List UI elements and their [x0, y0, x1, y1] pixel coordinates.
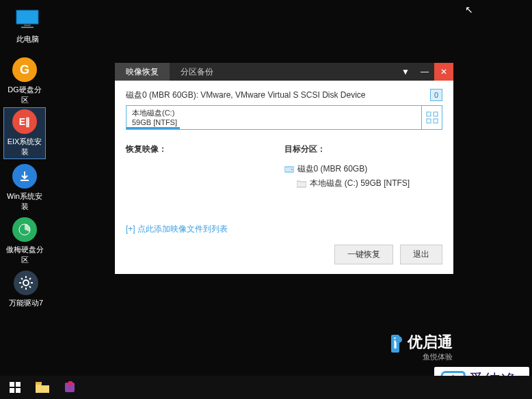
desktop-icon-eix-install[interactable]: E‖ EIX系统安装 — [4, 108, 45, 159]
tree-partition-label: 本地磁盘 (C:) 59GB [NTFS] — [310, 178, 410, 189]
desktop-icon-label: EIX系统安装 — [5, 137, 44, 157]
svg-line-12 — [21, 286, 23, 288]
taskbar-item-explorer[interactable] — [29, 376, 56, 399]
taskbar-item-app[interactable] — [56, 376, 83, 399]
tree-partition-item[interactable]: 本地磁盘 (C:) 59GB [NTFS] — [284, 176, 443, 191]
start-button[interactable] — [1, 376, 29, 399]
desktop-icon-label: 此电脑 — [7, 34, 48, 44]
taskbar[interactable] — [0, 376, 532, 399]
pie-chart-icon — [12, 217, 37, 242]
desktop-icon-this-pc[interactable]: 此电脑 — [7, 7, 48, 44]
upe-subtitle: 鱼悦体验 — [423, 352, 453, 362]
svg-line-10 — [29, 286, 31, 288]
svg-rect-13 — [427, 112, 431, 116]
dialog-body: 磁盘0 (MBR 60GB): VMware, VMware Virtual S… — [115, 81, 453, 274]
desktop-icon-aomei[interactable]: 傲梅硬盘分区 — [4, 217, 45, 265]
windows-icon — [10, 382, 21, 393]
svg-rect-23 — [36, 382, 42, 385]
desktop-icon-driver7[interactable]: 万能驱动7 — [5, 271, 46, 308]
partition-name: 本地磁盘(C:) — [132, 108, 416, 118]
desktop-icon-label: DG硬盘分区 — [4, 85, 45, 105]
desktop-icon-dg-partition[interactable]: G DG硬盘分区 — [4, 57, 45, 105]
restore-button[interactable]: 一键恢复 — [334, 245, 393, 264]
titlebar[interactable]: 映像恢复 分区备份 ▼ — ✕ — [115, 63, 453, 81]
restore-image-section: 恢复映像： [+] 点此添加映像文件到列表 — [126, 143, 284, 235]
desktop-icon-label: 傲梅硬盘分区 — [4, 245, 45, 265]
disk-number-badge[interactable]: 0 — [430, 89, 442, 101]
svg-line-11 — [29, 278, 31, 279]
partition-size: 59GB [NTFS] — [132, 118, 416, 127]
partition-selector[interactable]: 本地磁盘(C:) 59GB [NTFS] — [126, 105, 442, 130]
desktop-icon-label: 万能驱动7 — [5, 298, 46, 308]
svg-rect-19 — [10, 382, 14, 387]
tab-partition-backup[interactable]: 分区备份 — [170, 63, 224, 81]
svg-point-18 — [291, 169, 293, 170]
image-restore-dialog: 映像恢复 分区备份 ▼ — ✕ 磁盘0 (MBR 60GB): VMware, … — [115, 63, 453, 274]
download-arrow-icon — [12, 164, 37, 189]
partition-usage-bar — [127, 127, 180, 129]
svg-rect-14 — [434, 112, 438, 116]
desktop-icon-label: Win系统安装 — [4, 191, 45, 212]
exit-button[interactable]: 退出 — [400, 245, 442, 264]
svg-rect-0 — [16, 10, 38, 24]
restore-section-title: 恢复映像： — [126, 143, 284, 155]
target-section-title: 目标分区： — [284, 143, 443, 155]
disk-icon — [284, 165, 294, 174]
svg-rect-16 — [434, 119, 438, 123]
svg-rect-22 — [16, 388, 21, 393]
mouse-cursor-icon: ↖ — [465, 4, 473, 15]
svg-point-4 — [23, 280, 29, 286]
svg-rect-15 — [427, 119, 431, 123]
target-partition-section: 目标分区： 磁盘0 (MBR 60GB) 本地磁盘 (C:) 59GB [NTF… — [284, 143, 443, 235]
tab-image-restore[interactable]: 映像恢复 — [115, 63, 170, 81]
add-image-link[interactable]: [+] 点此添加映像文件到列表 — [126, 223, 284, 235]
tree-disk-label: 磁盘0 (MBR 60GB) — [297, 163, 368, 175]
svg-rect-1 — [24, 25, 31, 26]
close-button[interactable]: ✕ — [434, 63, 453, 81]
svg-rect-21 — [10, 388, 14, 393]
svg-rect-20 — [16, 382, 21, 387]
svg-line-9 — [21, 278, 23, 279]
dropdown-button[interactable]: ▼ — [396, 63, 415, 81]
svg-rect-25 — [68, 381, 72, 385]
minimize-button[interactable]: — — [415, 63, 434, 81]
tree-disk-item[interactable]: 磁盘0 (MBR 60GB) — [284, 162, 443, 176]
g-circle-icon: G — [12, 57, 37, 82]
desktop-icon-win-install[interactable]: Win系统安装 — [4, 164, 45, 212]
app-icon — [64, 381, 76, 394]
monitor-icon — [15, 7, 40, 31]
upe-logo: i优启通 — [391, 332, 453, 353]
folder-icon — [297, 180, 306, 188]
disk-info-text: 磁盘0 (MBR 60GB): VMware, VMware Virtual S… — [126, 90, 430, 101]
pause-circle-icon: E‖ — [12, 109, 37, 134]
gear-icon — [14, 271, 38, 295]
svg-rect-2 — [21, 27, 34, 28]
grid-view-icon[interactable] — [421, 106, 442, 129]
folder-icon — [36, 382, 49, 393]
